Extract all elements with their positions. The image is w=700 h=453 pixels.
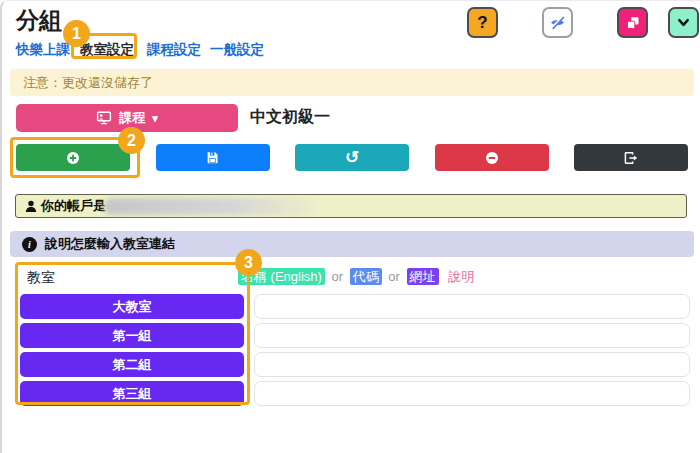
classroom-button-group2[interactable]: 第二組: [20, 352, 244, 377]
help-button[interactable]: ?: [467, 7, 498, 38]
save-icon: [205, 150, 220, 165]
plus-circle-icon: [65, 150, 81, 166]
undo-button[interactable]: ↺: [295, 144, 409, 171]
action-button-row: ↺: [16, 144, 688, 171]
chevron-down-icon: [676, 15, 691, 30]
copy-icon: [625, 15, 641, 31]
annotation-badge-3: 3: [235, 249, 262, 276]
account-label: 你的帳戶是: [41, 197, 106, 215]
redacted-account-name: [104, 198, 319, 215]
classroom-link-input-group1[interactable]: [254, 323, 690, 348]
question-mark-icon: ?: [477, 13, 487, 33]
classroom-link-input-group3[interactable]: [254, 381, 690, 406]
classroom-column-header: 教室: [27, 269, 55, 287]
or-text: or: [332, 269, 344, 284]
classroom-button-group1[interactable]: 第一組: [20, 323, 244, 348]
expand-button[interactable]: [668, 7, 699, 38]
info-icon: i: [22, 237, 37, 252]
classroom-button-group3[interactable]: 第三組: [20, 381, 244, 406]
instructions-bar[interactable]: i 說明怎麼輸入教室連結: [10, 231, 694, 257]
caret-down-icon: ▾: [152, 112, 158, 125]
annotation-badge-2: 2: [118, 127, 145, 154]
annotation-badge-1: 1: [63, 20, 90, 47]
tab-classroom-settings[interactable]: 教室設定: [80, 41, 134, 59]
export-button[interactable]: [574, 144, 688, 171]
hide-button[interactable]: [542, 7, 573, 38]
remove-button[interactable]: [435, 144, 549, 171]
url-highlight: 網址: [407, 268, 439, 285]
tab-happy-class[interactable]: 快樂上課: [16, 41, 70, 59]
tab-course-settings[interactable]: 課程設定: [147, 41, 201, 59]
code-highlight: 代碼: [350, 268, 382, 285]
classroom-button-main[interactable]: 大教室: [20, 294, 244, 319]
add-button[interactable]: [16, 144, 130, 171]
course-button-label: 課程: [119, 109, 145, 127]
instructions-label: 說明怎麼輸入教室連結: [45, 235, 175, 253]
export-icon: [623, 150, 639, 166]
eye-slash-icon: [549, 14, 566, 31]
account-bar: 你的帳戶是: [15, 194, 687, 218]
minus-circle-icon: [484, 150, 500, 166]
classroom-link-input-main[interactable]: [254, 294, 690, 319]
grouping-settings-page: 分組 ? 快樂上課 教室設定 課程設定 一般設定 注意：更改還沒儲: [0, 0, 700, 453]
classroom-link-input-group2[interactable]: [254, 352, 690, 377]
or-text: or: [388, 269, 400, 284]
copy-button[interactable]: [617, 7, 648, 38]
link-column-header: 名稱 (English) or 代碼 or 網址 說明: [238, 268, 474, 286]
chalkboard-icon: [96, 110, 112, 126]
tab-general-settings[interactable]: 一般設定: [210, 41, 264, 59]
selected-course-name: 中文初級一: [250, 107, 330, 128]
undo-icon: ↺: [345, 147, 359, 168]
save-button[interactable]: [156, 144, 270, 171]
description-link[interactable]: 說明: [448, 269, 474, 284]
page-title: 分組: [16, 5, 62, 36]
person-icon: [24, 199, 38, 213]
unsaved-changes-warning: 注意：更改還沒儲存了: [10, 69, 694, 96]
